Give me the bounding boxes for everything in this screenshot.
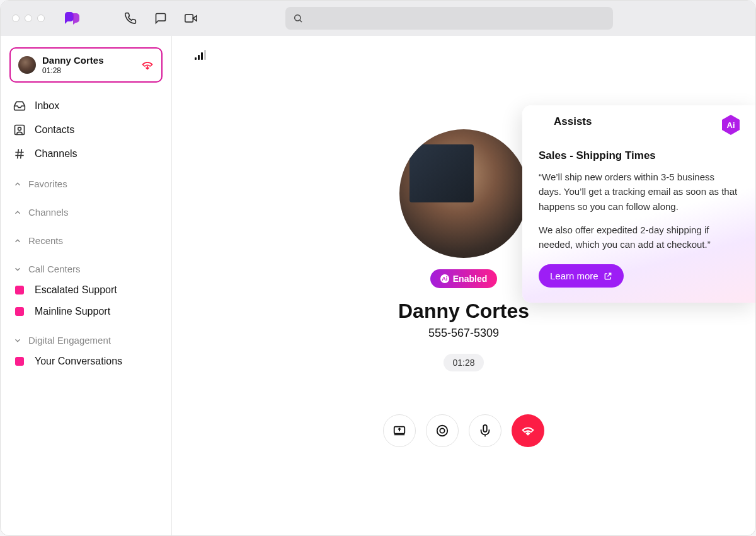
main-panel: Ai Enabled Danny Cortes 555-567-5309 01:… — [172, 36, 755, 535]
svg-point-10 — [440, 428, 444, 433]
share-screen-icon — [392, 424, 406, 438]
chevron-up-icon — [13, 236, 22, 245]
caller-avatar — [399, 129, 528, 258]
section-label: Call Centers — [28, 264, 81, 274]
search-icon — [293, 13, 303, 23]
section-digital-engagement[interactable]: Digital Engagement — [9, 327, 163, 351]
assist-tab[interactable]: Assists — [534, 105, 612, 137]
svg-line-6 — [18, 149, 19, 159]
external-link-icon — [604, 272, 612, 281]
section-label: Digital Engagement — [28, 335, 111, 346]
titlebar-actions — [124, 12, 197, 25]
nav-inbox[interactable]: Inbox — [9, 94, 163, 118]
chevron-up-icon — [13, 208, 22, 217]
section-recents[interactable]: Recents — [9, 228, 163, 251]
sidebar-item-your-conversations[interactable]: Your Conversations — [9, 351, 163, 372]
status-square-icon — [15, 357, 24, 366]
microphone-icon — [478, 424, 492, 438]
sub-item-label: Your Conversations — [35, 356, 122, 367]
titlebar — [1, 1, 755, 36]
close-window[interactable] — [12, 15, 20, 22]
status-square-icon — [15, 286, 24, 294]
mute-button[interactable] — [469, 414, 501, 447]
record-button[interactable] — [426, 414, 459, 447]
section-channels[interactable]: Channels — [9, 199, 163, 223]
caller-phone: 555-567-5309 — [428, 327, 499, 340]
svg-line-7 — [21, 149, 22, 159]
contacts-icon — [13, 124, 26, 136]
assist-title: Sales - Shipping Times — [539, 149, 739, 162]
status-square-icon — [15, 307, 24, 316]
end-call-button[interactable] — [512, 414, 544, 447]
nav-contacts[interactable]: Contacts — [9, 118, 163, 142]
hangup-icon — [521, 424, 535, 438]
section-label: Channels — [28, 207, 68, 218]
section-favorites[interactable]: Favorites — [9, 171, 163, 194]
avatar — [18, 56, 36, 74]
phone-icon[interactable] — [124, 12, 137, 25]
caller-name: Danny Cortes — [398, 300, 529, 323]
sub-item-label: Mainline Support — [35, 306, 110, 317]
ai-icon: Ai — [440, 274, 449, 283]
call-duration: 01:28 — [444, 354, 483, 371]
app-logo — [64, 11, 81, 25]
sidebar: Danny Cortes 01:28 Inbox Contacts Channe… — [1, 36, 172, 535]
call-controls — [383, 414, 544, 447]
sidebar-item-escalated-support[interactable]: Escalated Support — [9, 279, 163, 301]
chevron-down-icon — [13, 336, 22, 345]
assist-text: “We’ll ship new orders within 3-5 busine… — [539, 170, 739, 214]
nav-channels[interactable]: Channels — [9, 142, 163, 166]
inbox-icon — [13, 100, 26, 112]
ai-hex-icon: Ai — [720, 114, 742, 136]
nav-label: Channels — [35, 148, 77, 160]
signal-strength-icon — [195, 50, 206, 60]
sub-item-label: Escalated Support — [35, 284, 117, 296]
traffic-lights — [12, 15, 45, 22]
maximize-window[interactable] — [37, 15, 45, 22]
svg-point-3 — [18, 127, 21, 131]
section-label: Favorites — [28, 178, 67, 189]
minimize-window[interactable] — [25, 15, 32, 22]
enabled-label: Enabled — [453, 274, 487, 284]
svg-rect-11 — [483, 425, 487, 432]
section-call-centers[interactable]: Call Centers — [9, 256, 163, 279]
chevron-up-icon — [13, 180, 22, 189]
assist-text: We also offer expedited 2-day shipping i… — [539, 223, 739, 252]
active-call-card[interactable]: Danny Cortes 01:28 — [9, 47, 163, 83]
search-input[interactable] — [285, 7, 613, 30]
active-call-name: Danny Cortes — [42, 55, 135, 66]
assist-panel: Assists Ai Sales - Shipping Times “We’ll… — [522, 105, 755, 303]
share-screen-button[interactable] — [383, 414, 416, 447]
active-call-time: 01:28 — [42, 66, 135, 75]
ai-enabled-badge: Ai Enabled — [430, 269, 497, 288]
learn-more-label: Learn more — [550, 271, 598, 281]
hangup-icon[interactable] — [141, 59, 154, 71]
record-icon — [435, 424, 449, 438]
sidebar-item-mainline-support[interactable]: Mainline Support — [9, 301, 163, 322]
video-icon[interactable] — [185, 12, 197, 25]
chevron-down-icon — [13, 265, 22, 274]
svg-point-1 — [295, 15, 301, 21]
svg-point-9 — [437, 426, 448, 436]
app-window: Danny Cortes 01:28 Inbox Contacts Channe… — [0, 0, 756, 536]
section-label: Recents — [28, 235, 63, 246]
learn-more-button[interactable]: Learn more — [539, 264, 624, 288]
nav-label: Contacts — [35, 124, 74, 136]
nav-label: Inbox — [35, 100, 59, 112]
svg-rect-0 — [185, 15, 193, 22]
hash-icon — [13, 148, 26, 160]
message-icon[interactable] — [154, 12, 167, 25]
